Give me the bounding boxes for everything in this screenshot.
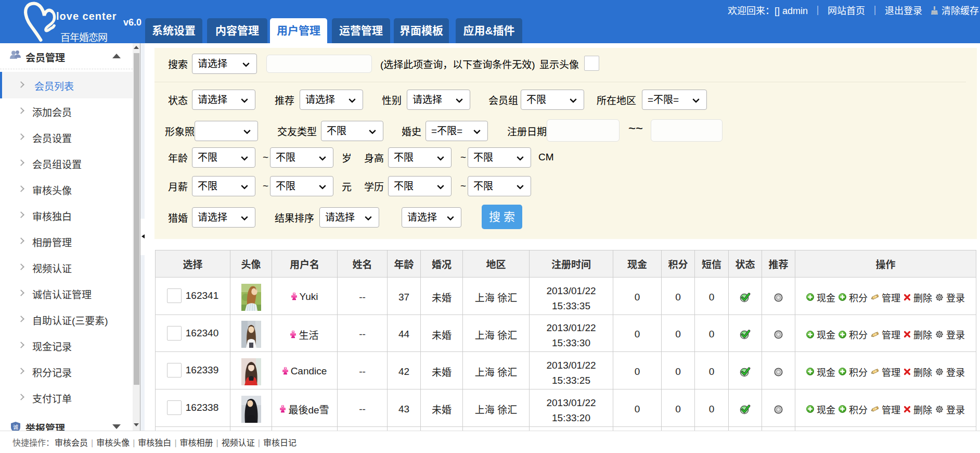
svg-text:诚: 诚: [13, 424, 18, 430]
